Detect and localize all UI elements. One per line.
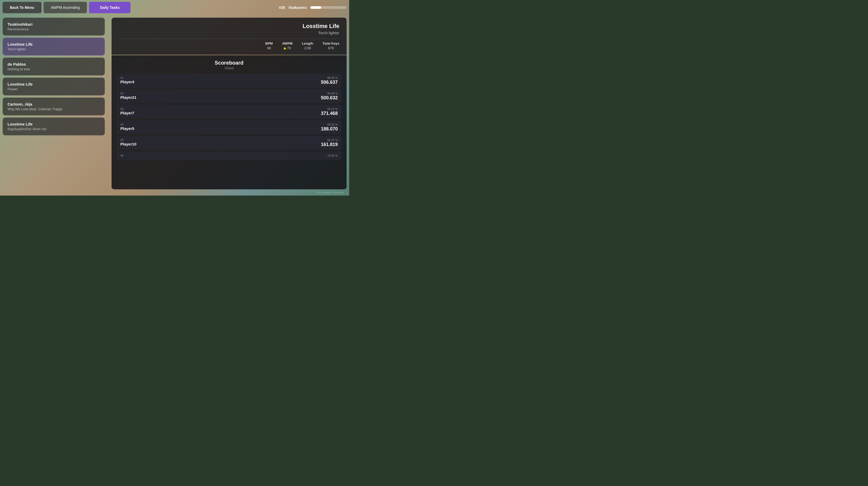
song-title: Tsukinohikari	[7, 22, 100, 27]
song-artist: Why We Lose (feat. Coleman Trapp)	[7, 107, 100, 111]
rank-prefix: #	[279, 5, 281, 9]
score-left: #1 Player4	[120, 76, 134, 84]
score-rank: #2	[120, 92, 136, 95]
footer-note: For research use only	[112, 189, 347, 196]
daily-tasks-button[interactable]: Daily Tasks	[89, 2, 130, 13]
score-rank: #6	[120, 154, 123, 157]
right-panel: Losstime Life Torch lighter BPM 98 AWPM …	[106, 18, 347, 196]
score-row[interactable]: #4 Player5 86.61 % 188.070	[117, 120, 341, 134]
score-left: #4 Player5	[120, 123, 134, 131]
score-pct: 78.85 %	[328, 154, 338, 157]
song-artist: SayISayIDo!Do! Short Ver.	[7, 127, 100, 131]
awpm-label: AWPM	[282, 41, 292, 45]
awpm-value: 70	[282, 46, 292, 50]
score-player: Player21	[120, 95, 136, 100]
score-pct: 84.47 %	[328, 138, 338, 141]
total-keys-value: 679	[322, 46, 339, 50]
rank-badge: #26	[279, 5, 285, 9]
score-value: 506.637	[321, 79, 338, 85]
detail-artist: Torch lighter	[119, 31, 339, 35]
song-artist: Flower	[7, 87, 100, 91]
score-row[interactable]: #1 Player4 86.86 % 506.637	[117, 74, 341, 88]
score-rank: #3	[120, 107, 134, 110]
score-left: #6	[120, 154, 123, 157]
score-value: 161.819	[321, 142, 338, 147]
song-title: Losstime Life	[7, 82, 100, 86]
song-title: Losstime Life	[7, 122, 100, 126]
rank-number: 26	[281, 5, 285, 9]
song-detail-header: Losstime Life Torch lighter BPM 98 AWPM …	[112, 18, 347, 55]
stat-awpm: AWPM 70	[282, 41, 292, 50]
score-rank: #1	[120, 76, 134, 79]
score-right: 84.14 % 371.468	[321, 107, 338, 116]
score-value: 188.070	[321, 126, 338, 132]
song-item[interactable]: Cartoon, Jéja Why We Lose (feat. Coleman…	[3, 98, 105, 116]
username: Itsakaseru	[289, 5, 307, 9]
bpm-value: 98	[266, 46, 273, 50]
song-title: Cartoon, Jéja	[7, 102, 100, 106]
total-keys-label: Total Keys	[322, 41, 339, 45]
song-artist: Reminiscence	[7, 27, 100, 31]
score-row[interactable]: #3 Player7 84.14 % 371.468	[117, 105, 341, 119]
score-pct: 86.86 %	[328, 76, 338, 79]
song-title: de Pablos	[7, 62, 100, 66]
score-right: 86.86 % 506.637	[321, 76, 338, 85]
length-value: 2:09	[302, 46, 313, 50]
score-rows-container: #1 Player4 86.86 % 506.637 #2 Player21 8…	[117, 74, 341, 160]
back-to-menu-button[interactable]: Back To Menu	[3, 2, 41, 13]
score-right: 88.89 % 500.632	[321, 92, 338, 101]
song-list: Tsukinohikari Reminiscence Losstime Life…	[3, 18, 106, 196]
awpm-ascending-button[interactable]: AWPM Ascending	[43, 2, 87, 13]
score-pct: 84.14 %	[328, 107, 338, 110]
score-right: 78.85 %	[328, 154, 338, 157]
score-right: 86.61 % 188.070	[321, 123, 338, 132]
score-rank: #5	[120, 138, 136, 141]
detail-divider	[119, 39, 339, 39]
scoreboard-title: Scoreboard	[117, 60, 341, 66]
score-value: 371.468	[321, 111, 338, 116]
bpm-label: BPM	[266, 41, 273, 45]
stat-length: Length 2:09	[302, 41, 313, 50]
song-artist: Nothing to lose	[7, 67, 100, 71]
song-item[interactable]: Tsukinohikari Reminiscence	[3, 18, 105, 35]
length-label: Length	[302, 41, 313, 45]
detail-stats: BPM 98 AWPM 70 Length 2:09 Total K	[119, 41, 339, 50]
xp-bar	[310, 6, 347, 9]
song-artist: Torch lighter	[7, 47, 100, 51]
score-player: Player7	[120, 111, 134, 115]
score-rank: #4	[120, 123, 134, 126]
xp-bar-fill	[310, 6, 321, 9]
song-item[interactable]: Losstime Life Flower	[3, 77, 105, 95]
main-area: Tsukinohikari Reminiscence Losstime Life…	[0, 15, 349, 196]
detail-title: Losstime Life	[119, 23, 339, 30]
scoreboard: Scoreboard Global #1 Player4 86.86 % 506…	[112, 55, 347, 189]
main-content: Back To Menu AWPM Ascending Daily Tasks …	[0, 0, 349, 196]
score-left: #3 Player7	[120, 107, 134, 115]
topbar: Back To Menu AWPM Ascending Daily Tasks …	[0, 0, 349, 15]
song-item[interactable]: de Pablos Nothing to lose	[3, 58, 105, 75]
score-pct: 88.89 %	[328, 92, 338, 95]
user-area: #26 Itsakaseru	[279, 5, 347, 9]
stat-bpm: BPM 98	[266, 41, 273, 50]
score-player: Player10	[120, 142, 136, 146]
score-player: Player5	[120, 126, 134, 131]
scoreboard-subtitle: Global	[117, 66, 341, 70]
score-value: 500.632	[321, 95, 338, 101]
awpm-dot-icon	[284, 47, 286, 50]
score-player: Player4	[120, 79, 134, 84]
song-item[interactable]: Losstime Life Torch lighter	[3, 38, 105, 56]
score-left: #2 Player21	[120, 92, 136, 100]
score-pct: 86.61 %	[328, 123, 338, 126]
score-row[interactable]: #6 78.85 %	[117, 152, 341, 160]
song-item[interactable]: Losstime Life SayISayIDo!Do! Short Ver.	[3, 118, 105, 135]
score-row[interactable]: #5 Player10 84.47 % 161.819	[117, 136, 341, 150]
score-left: #5 Player10	[120, 138, 136, 146]
song-title: Losstime Life	[7, 42, 100, 46]
score-row[interactable]: #2 Player21 88.89 % 500.632	[117, 89, 341, 103]
score-right: 84.47 % 161.819	[321, 138, 338, 147]
stat-total-keys: Total Keys 679	[322, 41, 339, 50]
